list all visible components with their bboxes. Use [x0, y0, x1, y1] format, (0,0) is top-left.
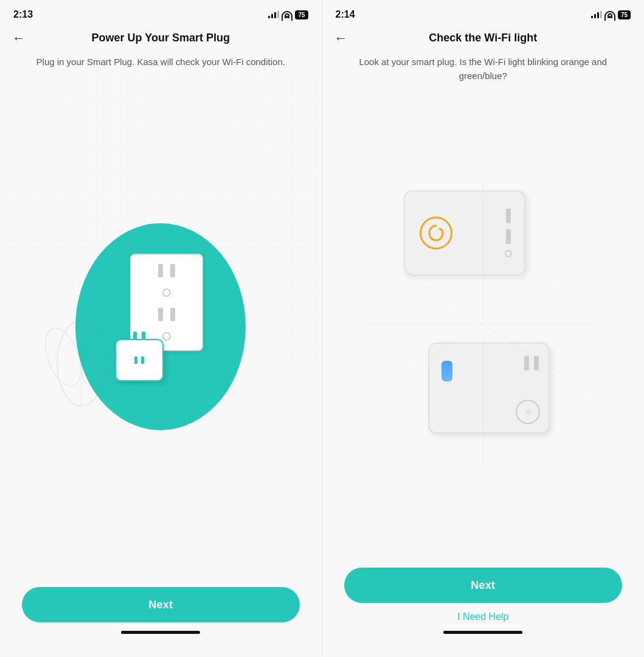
- signal-icon-left: [268, 11, 279, 18]
- signal-icon-right: [591, 11, 602, 18]
- header-left: ← Power Up Your Smart Plug: [0, 27, 322, 50]
- status-bar-right: 2:14 75: [322, 0, 645, 27]
- description-right: Look at your smart plug. Is the Wi-Fi li…: [322, 50, 645, 90]
- wifi-icon-right: [605, 11, 615, 18]
- page-title-left: Power Up Your Smart Plug: [92, 32, 230, 44]
- next-button-left[interactable]: Next: [22, 587, 300, 622]
- plant-sketch: [45, 315, 118, 412]
- smart-plug-device: [115, 339, 176, 388]
- plug-illustration: [57, 205, 264, 448]
- next-button-right[interactable]: Next: [344, 568, 623, 603]
- time-left: 2:13: [13, 9, 33, 20]
- device-bottom: ○: [428, 342, 568, 446]
- wifi-icon-left: [282, 11, 292, 18]
- screen-right: 2:14 75 ← Check the Wi-Fi light Look at …: [322, 0, 645, 657]
- illustration-right: ○: [322, 90, 645, 558]
- status-bar-left: 2:13 75: [0, 0, 322, 27]
- wifi-light: [441, 361, 452, 381]
- illustration-left: [0, 77, 322, 578]
- battery-left: 75: [295, 10, 308, 19]
- back-button-right[interactable]: ←: [334, 32, 348, 45]
- kasa-logo: [420, 217, 452, 249]
- status-icons-right: 75: [591, 10, 631, 19]
- bottom-area-right: Next I Need Help: [322, 558, 645, 657]
- help-link[interactable]: I Need Help: [457, 611, 509, 622]
- description-left: Plug in your Smart Plug. Kasa will check…: [0, 50, 322, 77]
- back-button-left[interactable]: ←: [12, 32, 26, 45]
- bottom-area-left: Next: [0, 577, 322, 657]
- home-indicator-left: [121, 631, 200, 634]
- battery-right: 75: [618, 10, 631, 19]
- screen-left: 2:13 75 ← Power Up Your Smart Plug Plug …: [0, 0, 322, 657]
- power-button: ○: [516, 400, 540, 424]
- header-right: ← Check the Wi-Fi light: [322, 27, 645, 50]
- page-title-right: Check the Wi-Fi light: [429, 32, 537, 44]
- device-top: [404, 190, 544, 288]
- time-right: 2:14: [336, 9, 355, 20]
- wifi-check-illustration: ○: [367, 178, 598, 470]
- status-icons-left: 75: [268, 10, 308, 19]
- home-indicator-right: [443, 631, 522, 634]
